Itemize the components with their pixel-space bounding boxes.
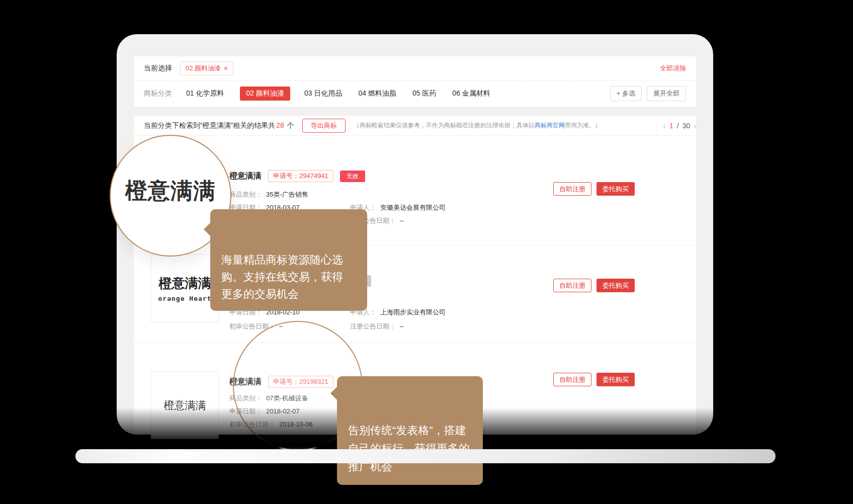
trademark-image-subtext: orange Heart [158, 295, 212, 302]
current-selection-label: 当前选择 [144, 64, 172, 73]
header-divider [657, 116, 657, 135]
total-pages: 30 [683, 122, 691, 130]
trademark-name: 橙意满满 [229, 171, 262, 182]
magnified-trademark-text: 橙意满满 [125, 176, 216, 206]
selected-filter-tag[interactable]: 02 颜料油漆 × [180, 61, 233, 75]
prev-page-icon[interactable]: ‹ [663, 121, 666, 130]
category-row: 商标分类 01 化学原料 02 颜料油漆 03 日化用品 04 燃料油脂 05 … [134, 81, 696, 106]
tooltip-arrow-left-icon [204, 222, 211, 236]
disclaimer-prefix: （商标检索结果仅供参考，不作为商标能否注册的法律依据；具体以 [354, 122, 535, 129]
trademark-title-line: 橙意满满 申请号：29474941 无效 [229, 170, 365, 182]
page-divider: / [677, 122, 679, 130]
row-actions: 自助注册 委托购买 [553, 373, 635, 386]
field-category: 商品类别：35类-广告销售 [229, 190, 541, 199]
category-item-04[interactable]: 04 燃料油脂 [358, 89, 396, 98]
disclaimer-suffix: 查询为准。） [565, 122, 601, 129]
trademark-image-text: 橙意满满 [159, 275, 211, 292]
promo-tooltip-promotion: 告别传统“发表格”，搭建 自己的标行，获得更多的 推广机会 [337, 376, 483, 485]
multi-select-button[interactable]: + 多选 [610, 86, 642, 101]
entrust-purchase-button[interactable]: 委托购买 [596, 279, 635, 292]
current-page: 1 [669, 122, 673, 130]
current-selection-row: 当前选择 02 颜料油漆 × 全部清除 [134, 56, 696, 81]
selected-filter-tag-label: 02 颜料油漆 [186, 64, 221, 73]
results-header: 当前分类下检索到“橙意满满”相关的结果共28 个 导出商标 （商标检索结果仅供参… [134, 116, 696, 136]
tooltip-arrow-left-icon [330, 386, 337, 400]
category-item-02-selected[interactable]: 02 颜料油漆 [240, 87, 290, 101]
trademark-image-2[interactable]: 橙意满满 orange Heart [151, 255, 219, 322]
remove-tag-icon[interactable]: × [224, 65, 228, 72]
entrust-purchase-button[interactable]: 委托购买 [596, 373, 635, 386]
export-trademarks-button[interactable]: 导出商标 [302, 119, 346, 133]
pagination: ‹ 1 / 30 › [663, 116, 697, 135]
status-badge: 无效 [340, 171, 365, 182]
results-unit: 个 [287, 121, 294, 129]
results-summary: 当前分类下检索到“橙意满满”相关的结果共28 个 [144, 121, 294, 130]
application-number-badge: 申请号：29474941 [268, 170, 333, 182]
screenshot-stage: 当前选择 02 颜料油漆 × 全部清除 商标分类 01 化学原料 02 颜料油漆… [0, 0, 853, 504]
category-item-01[interactable]: 01 化学原料 [186, 89, 224, 98]
trademark-image-3[interactable]: 橙意满满 [151, 371, 219, 439]
category-label: 商标分类 [144, 89, 172, 98]
expand-all-button[interactable]: 展开全部 [647, 86, 686, 101]
self-register-button[interactable]: 自助注册 [553, 279, 591, 292]
category-item-05[interactable]: 05 医药 [412, 89, 436, 98]
row-actions: 自助注册 委托购买 [553, 279, 635, 292]
self-register-button[interactable]: 自助注册 [553, 182, 591, 196]
promo-tooltip-text: 告别传统“发表格”，搭建 自己的标行，获得更多的 推广机会 [348, 424, 470, 473]
results-summary-prefix: 当前分类下检索到“橙意满满”相关的结果共 [144, 121, 275, 129]
results-count: 28 [276, 121, 284, 129]
filter-panel: 当前选择 02 颜料油漆 × 全部清除 商标分类 01 化学原料 02 颜料油漆… [134, 56, 696, 107]
category-actions: + 多选 展开全部 [610, 86, 686, 101]
trademark-office-link[interactable]: 商标局官网 [535, 122, 565, 129]
clear-all-link[interactable]: 全部清除 [660, 64, 686, 73]
laptop-base [75, 449, 776, 463]
next-page-icon[interactable]: › [694, 121, 697, 130]
results-disclaimer: （商标检索结果仅供参考，不作为商标能否注册的法律依据；具体以商标局官网查询为准。… [354, 121, 601, 130]
entrust-purchase-button[interactable]: 委托购买 [596, 182, 635, 196]
trademark-image-text: 橙意满满 [164, 398, 206, 412]
category-item-06[interactable]: 06 金属材料 [452, 89, 490, 98]
promo-tooltip-marketplace: 海量精品商标资源随心选 购。支持在线交易，获得 更多的交易机会 [210, 209, 367, 311]
self-register-button[interactable]: 自助注册 [553, 373, 591, 386]
row-actions: 自助注册 委托购买 [553, 182, 635, 196]
promo-tooltip-text: 海量精品商标资源随心选 购。支持在线交易，获得 更多的交易机会 [221, 254, 343, 300]
category-item-03[interactable]: 03 日化用品 [304, 89, 342, 98]
